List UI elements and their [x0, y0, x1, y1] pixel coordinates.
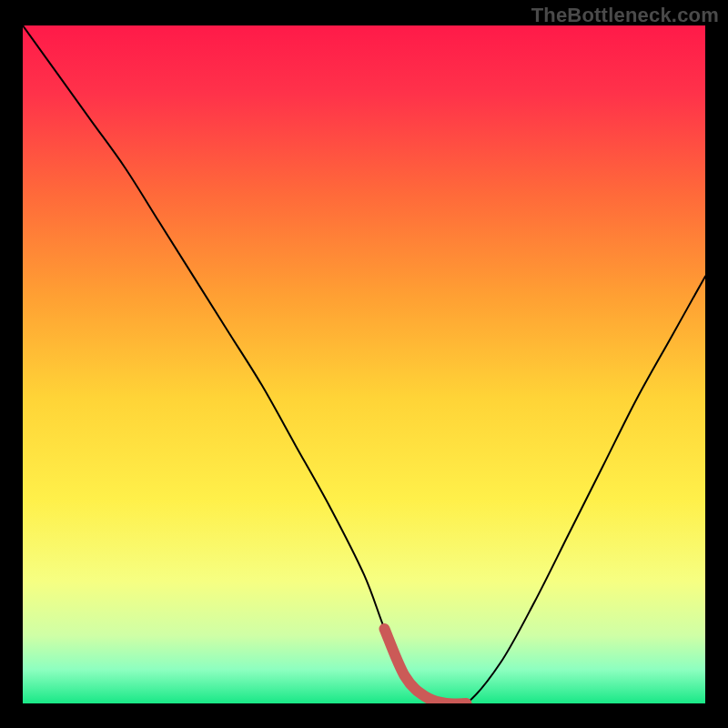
- watermark-text: TheBottleneck.com: [531, 4, 719, 27]
- gradient-fill: [23, 25, 705, 703]
- chart-frame: TheBottleneck.com: [0, 0, 728, 728]
- chart-svg: [23, 25, 705, 703]
- plot-area: [23, 25, 705, 703]
